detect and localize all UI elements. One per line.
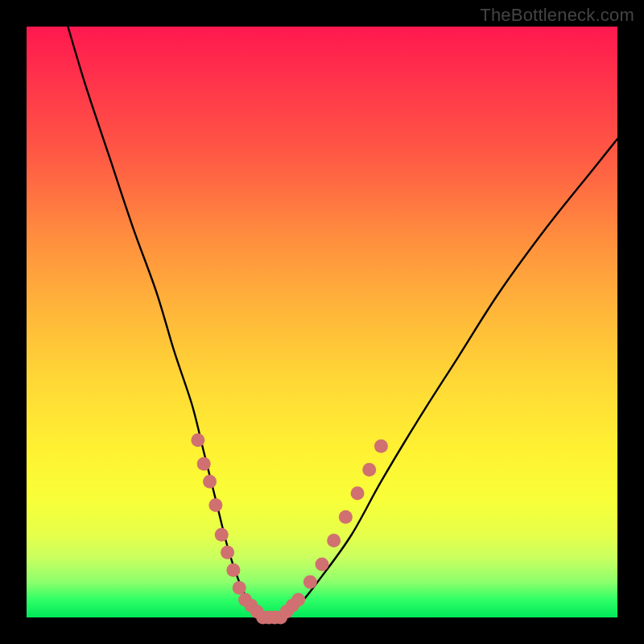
curve-marker (362, 463, 376, 477)
curve-marker (221, 546, 234, 559)
curve-marker (339, 510, 353, 524)
chart-frame: TheBottleneck.com (0, 0, 644, 644)
curve-markers (191, 433, 388, 624)
curve-marker (203, 475, 217, 489)
curve-marker (303, 575, 317, 588)
bottleneck-curve (68, 27, 617, 619)
curve-marker (226, 564, 240, 577)
curve-marker (215, 528, 229, 542)
curve-marker (208, 498, 222, 512)
curve-marker (327, 534, 341, 547)
curve-marker (191, 433, 204, 447)
watermark-text: TheBottleneck.com (480, 5, 634, 26)
curve-layer (27, 27, 617, 617)
curve-marker (233, 581, 246, 595)
curve-marker (197, 457, 211, 471)
curve-marker (291, 592, 305, 606)
curve-marker (374, 440, 388, 453)
curve-marker (351, 486, 365, 500)
curve-marker (316, 557, 329, 571)
plot-area (27, 27, 617, 617)
